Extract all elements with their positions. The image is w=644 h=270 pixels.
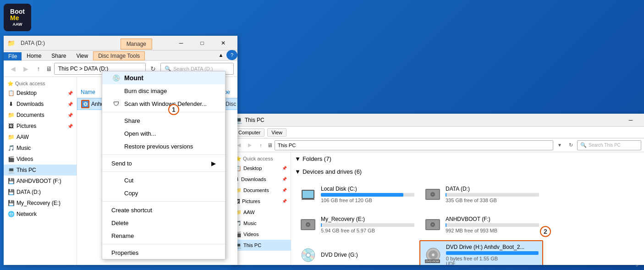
downloads-icon: ⬇	[7, 100, 15, 108]
forward-button2[interactable]: ▶	[245, 141, 254, 150]
tab-manage[interactable]: Manage	[121, 39, 152, 50]
tpc-sidebar-desktop[interactable]: 📋 Desktop 📌	[231, 163, 291, 174]
sidebar-item-desktop[interactable]: 📋 Desktop 📌	[4, 88, 77, 99]
drive-c-free: 106 GB free of 120 GB	[321, 198, 414, 203]
sidebar-item-network[interactable]: 🌐 Network	[4, 209, 77, 220]
dropdown-button2[interactable]: ▼	[555, 141, 564, 150]
drive-g[interactable]: 💿 DVD Drive (G:)	[295, 240, 418, 265]
ctx-scan[interactable]: 🛡 Scan with Windows Defender...	[102, 97, 225, 110]
tab-view[interactable]: View	[71, 51, 93, 61]
drive-e-bar-fill	[321, 223, 322, 227]
network-icon: 🌐	[7, 210, 15, 218]
drive-c-bar-fill	[321, 193, 403, 197]
sidebar-item-downloads[interactable]: ⬇ Downloads 📌	[4, 99, 77, 110]
sidebar-item-documents[interactable]: 📁 Documents 📌	[4, 110, 77, 121]
search-box2[interactable]: 🔍 Search This PC	[577, 140, 641, 150]
ctx-restore-icon	[111, 142, 121, 151]
sidebar-item-pictures[interactable]: 🖼 Pictures 📌	[4, 121, 77, 132]
up-button2[interactable]: ↑	[256, 141, 265, 150]
ctx-copy-icon	[111, 188, 121, 198]
ctx-sendto[interactable]: Send to ▶	[102, 157, 225, 170]
sidebar-section-quickaccess: ⭐ Quick access	[4, 79, 77, 88]
drive-f-free: 992 MB free of 993 MB	[446, 228, 539, 233]
sidebar-item-anhdvboot[interactable]: 💾 ANHDVBOOT (F:)	[4, 176, 77, 187]
tpc-sidebar-pictures[interactable]: 🖼 Pictures 📌	[231, 196, 291, 207]
tab-view2[interactable]: View	[267, 128, 286, 137]
tab-disc-tools[interactable]: Disc Image Tools	[93, 51, 145, 61]
ctx-restore[interactable]: Restore previous versions	[102, 140, 225, 153]
this-pc-address-bar: ◀ ▶ ↑ 🖥 This PC ▼ ↻ 🔍 Search This PC	[231, 138, 644, 152]
computer-icon: 🖥	[46, 65, 52, 72]
sidebar-item-thispc[interactable]: 💻 This PC	[4, 165, 77, 176]
ctx-copy[interactable]: Copy	[102, 187, 225, 199]
close-button[interactable]: ✕	[213, 36, 234, 50]
drive-d[interactable]: DATA (D:) 335 GB free of 338 GB	[419, 180, 543, 209]
ctx-mount-label: Mount	[124, 74, 143, 82]
ctx-openwith[interactable]: Open with...	[102, 127, 225, 140]
drive-h[interactable]: DVD-ROM DVD Drive (H:) Anhdv_Boot_2... 0…	[419, 240, 543, 265]
ctx-mount[interactable]: 💿 Mount	[102, 72, 225, 84]
drive-g-icon: 💿	[299, 246, 317, 264]
ctx-cut[interactable]: Cut	[102, 174, 225, 187]
sidebar-item-aaw[interactable]: 📁 AAW	[4, 132, 77, 143]
sidebar-label-videos: Videos	[17, 156, 33, 162]
drive-f-info: ANHDVBOOT (F:) 992 MB free of 993 MB	[446, 216, 539, 233]
minimize-button[interactable]: ─	[171, 36, 192, 50]
ctx-openwith-icon	[111, 129, 121, 138]
ctx-delete[interactable]: Delete	[102, 216, 225, 229]
search-placeholder2: Search This PC	[589, 143, 621, 148]
step2-badge: 2	[540, 226, 551, 237]
ctx-createshortcut[interactable]: Create shortcut	[102, 204, 225, 216]
chevron-up-icon[interactable]: ▲	[215, 50, 226, 60]
tpc-sidebar-music[interactable]: 🎵 Music	[231, 218, 291, 229]
sidebar-label-music: Music	[17, 145, 31, 151]
tpc-sidebar-videos[interactable]: 🎬 Videos	[231, 229, 291, 240]
tpc-sidebar-thispc[interactable]: 💻 This PC	[231, 240, 291, 251]
forward-button[interactable]: ▶	[20, 63, 31, 74]
drive-c[interactable]: Local Disk (C:) 106 GB free of 120 GB	[295, 180, 418, 209]
tpc-pin1: 📌	[282, 166, 287, 171]
sidebar-label-myrecovery: My_Recovery (E:)	[17, 200, 61, 206]
help-icon[interactable]: ?	[226, 50, 237, 60]
refresh-button2[interactable]: ↻	[566, 141, 575, 150]
sidebar-item-music[interactable]: 🎵 Music	[4, 143, 77, 154]
ctx-properties[interactable]: Properties	[102, 246, 225, 259]
maximize-button[interactable]: □	[192, 36, 213, 50]
up-button[interactable]: ↑	[33, 63, 44, 74]
sidebar-label-desktop: Desktop	[17, 90, 37, 96]
minimize-button2[interactable]: ─	[620, 114, 641, 127]
ctx-rename[interactable]: Rename	[102, 229, 225, 242]
folders-section-header[interactable]: ▼ Folders (7)	[291, 152, 644, 165]
drive-f[interactable]: ANHDVBOOT (F:) 992 MB free of 993 MB	[419, 210, 543, 239]
tpc-sidebar-documents[interactable]: 📁 Documents 📌	[231, 185, 291, 196]
this-pc-title-bar: 💻 This PC ─	[231, 114, 644, 127]
drive-e[interactable]: My_Recovery (E:) 5.94 GB free of 5.97 GB	[295, 210, 418, 239]
pin-icon4: 📌	[67, 124, 73, 129]
tab-share[interactable]: Share	[46, 51, 71, 61]
back-button[interactable]: ◀	[7, 63, 18, 74]
file-disc-icon: 💿	[81, 100, 89, 108]
sidebar-item-datad[interactable]: 💾 DATA (D:)	[4, 187, 77, 198]
sidebar-label-pictures: Pictures	[17, 123, 36, 129]
sidebar-item-myrecovery[interactable]: 💾 My_Recovery (E:)	[4, 198, 77, 209]
devices-section-header[interactable]: ▼ Devices and drives (6)	[291, 165, 644, 178]
search-icon2: 🔍	[580, 142, 587, 148]
tpc-sidebar-downloads[interactable]: ⬇ Downloads 📌	[231, 174, 291, 185]
folders-chevron: ▼	[295, 155, 301, 162]
app-icon[interactable]: BootMe AAW	[4, 4, 31, 31]
address-input2[interactable]: This PC	[275, 140, 553, 150]
tab-home[interactable]: Home	[22, 51, 46, 61]
ctx-share[interactable]: Share	[102, 114, 225, 127]
tpc-videos-label: Videos	[243, 231, 259, 237]
tab-file[interactable]: File	[4, 52, 22, 61]
tab-computer[interactable]: Computer	[234, 128, 264, 137]
sidebar-item-videos[interactable]: 🎬 Videos	[4, 154, 77, 165]
ctx-burn[interactable]: Burn disc image	[102, 84, 225, 97]
devices-chevron: ▼	[295, 168, 301, 175]
ctx-sep1	[102, 112, 225, 112]
drive-g-name: DVD Drive (G:)	[321, 252, 414, 258]
ctx-delete-label: Delete	[111, 220, 129, 226]
tpc-sidebar-aaw[interactable]: 📁 AAW	[231, 207, 291, 218]
drives-grid: Local Disk (C:) 106 GB free of 120 GB DA…	[291, 178, 644, 265]
pin-icon2: 📌	[67, 102, 73, 107]
